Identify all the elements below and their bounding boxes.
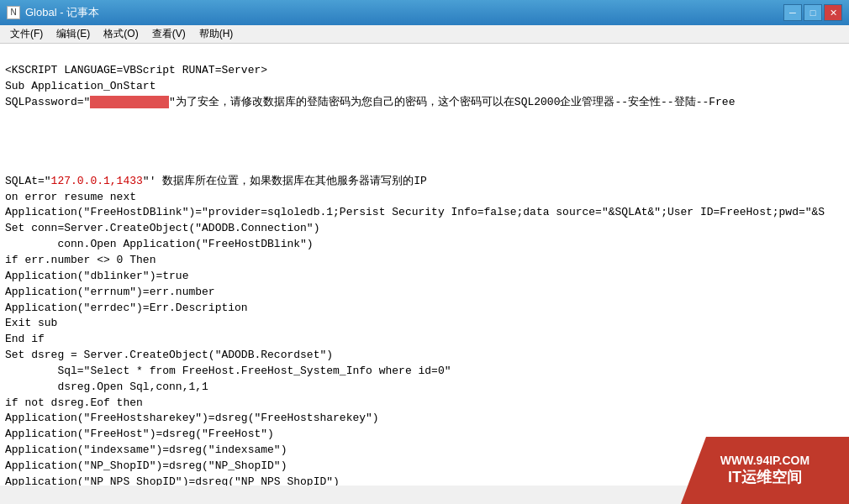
line-15: Application("errnum")=err.number [5, 286, 215, 298]
line-11: Set conn=Server.CreateObject("ADODB.Conn… [5, 222, 319, 234]
menu-help[interactable]: 帮助(H) [192, 25, 240, 43]
line-23: Application("FreeHostsharekey")=dsreg("F… [5, 412, 379, 424]
app-icon: N [7, 6, 20, 19]
line-17: Exit sub [5, 317, 57, 329]
menu-view[interactable]: 查看(V) [145, 25, 192, 43]
window-controls[interactable]: ─ □ ✕ [783, 4, 842, 21]
line-19: Set dsreg = Server.CreateObject("ADODB.R… [5, 349, 333, 361]
watermark-text: IT运维空间 [728, 467, 802, 487]
line-3: SQLPassword=" "为了安全，请修改数据库的登陆密码为您自己的密码，这… [5, 96, 735, 108]
menu-edit[interactable]: 编辑(E) [50, 25, 97, 43]
line-27: Application("NP_NPS_ShopID")=dsreg("NP_N… [5, 475, 340, 486]
watermark-url: WWW.94IP.COM [720, 454, 809, 467]
watermark: WWW.94IP.COM IT运维空间 [681, 437, 849, 504]
line-2: Sub Application_OnStart [5, 80, 156, 92]
line-8: SQLAt="127.0.0.1,1433"' 数据库所在位置，如果数据库在其他… [5, 175, 427, 187]
line-14: Application("dblinker")=true [5, 270, 188, 282]
title-bar: N Global - 记事本 ─ □ ✕ [0, 0, 849, 25]
line-16: Application("errdec")=Err.Description [5, 302, 248, 314]
menu-bar: 文件(F) 编辑(E) 格式(O) 查看(V) 帮助(H) [0, 25, 849, 44]
window-title: Global - 记事本 [25, 5, 99, 20]
title-bar-left: N Global - 记事本 [7, 5, 99, 20]
minimize-button[interactable]: ─ [783, 4, 802, 21]
menu-file[interactable]: 文件(F) [3, 25, 50, 43]
line-22: if not dsreg.Eof then [5, 396, 143, 409]
close-button[interactable]: ✕ [824, 4, 842, 21]
line-10: Application("FreeHostDBlink")="provider=… [5, 206, 825, 218]
line-1: <KSCRIPT LANGUAGE=VBScript RUNAT=Server> [5, 64, 267, 76]
maximize-button[interactable]: □ [804, 4, 822, 21]
line-18: End if [5, 333, 45, 345]
editor-area[interactable]: <KSCRIPT LANGUAGE=VBScript RUNAT=Server>… [0, 44, 849, 486]
line-24: Application("FreeHost")=dsreg("FreeHost"… [5, 428, 274, 440]
line-13: if err.number <> 0 Then [5, 254, 156, 266]
line-9: on error resume next [5, 191, 136, 203]
line-25: Application("indexsame")=dsreg("indexsam… [5, 444, 287, 456]
line-20: Sql="Select * from FreeHost.FreeHost_Sys… [5, 365, 451, 377]
menu-format[interactable]: 格式(O) [97, 25, 145, 43]
line-21: dsreg.Open Sql,conn,1,1 [5, 381, 208, 393]
line-12: conn.Open Application("FreeHostDBlink") [5, 238, 314, 250]
line-26: Application("NP_ShopID")=dsreg("NP_ShopI… [5, 459, 287, 472]
